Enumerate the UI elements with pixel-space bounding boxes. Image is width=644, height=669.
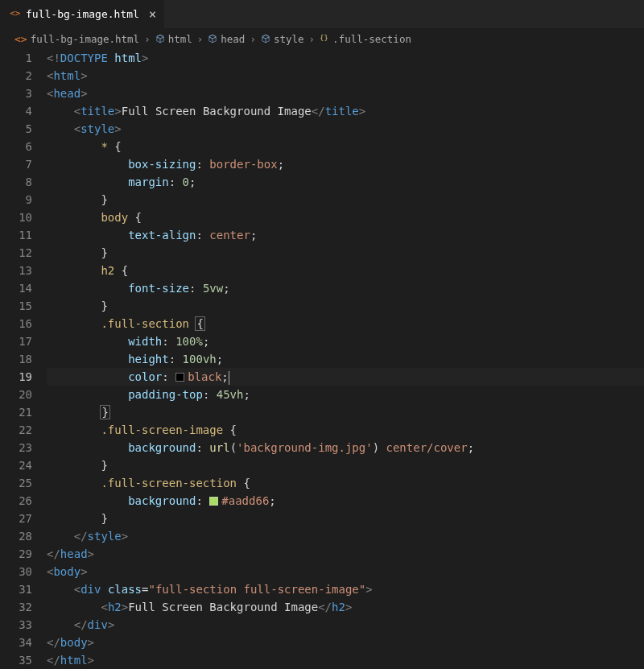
chevron-right-icon: › <box>142 33 152 45</box>
color-swatch-icon <box>175 373 184 382</box>
cube-icon <box>261 34 270 43</box>
code-line[interactable]: width: 100%; <box>47 332 644 350</box>
code-line[interactable]: <head> <box>47 85 644 102</box>
code-line[interactable]: body { <box>47 209 644 226</box>
line-number: 33 <box>0 616 32 634</box>
line-number: 15 <box>0 297 32 315</box>
line-number: 18 <box>0 350 32 368</box>
line-number: 17 <box>0 332 32 350</box>
line-number: 23 <box>0 439 32 456</box>
svg-text:<>: <> <box>10 7 21 19</box>
line-number: 9 <box>0 191 32 209</box>
file-code-icon: <> <box>14 33 27 45</box>
line-number: 35 <box>0 651 32 669</box>
code-line[interactable]: <body> <box>47 563 644 580</box>
tab-bar: <> full-bg-image.html × <box>0 0 644 28</box>
code-line[interactable]: } <box>47 244 644 262</box>
line-number: 26 <box>0 492 32 510</box>
code-line[interactable]: * { <box>47 138 644 155</box>
code-line[interactable]: } <box>47 191 644 209</box>
line-number: 32 <box>0 598 32 616</box>
braces-icon: {} <box>320 34 329 43</box>
code-line[interactable]: } <box>47 510 644 527</box>
line-number: 24 <box>0 456 32 474</box>
code-line[interactable]: } <box>47 297 644 315</box>
code-line[interactable]: .full-screen-image { <box>47 421 644 439</box>
line-number: 10 <box>0 209 32 226</box>
breadcrumb-item[interactable]: head <box>221 33 245 45</box>
code-line[interactable]: } <box>47 456 644 474</box>
code-line[interactable]: </div> <box>47 616 644 634</box>
chevron-right-icon: › <box>196 33 205 45</box>
line-number: 29 <box>0 545 32 563</box>
code-area[interactable]: <!DOCTYPE html><html><head> <title>Full … <box>47 49 644 669</box>
line-number: 6 <box>0 138 32 155</box>
color-swatch-icon <box>209 497 218 506</box>
code-line[interactable]: font-size: 5vw; <box>47 279 644 297</box>
code-line[interactable]: <div class="full-section full-screen-ima… <box>47 580 644 598</box>
line-number: 12 <box>0 244 32 262</box>
cube-icon <box>155 34 165 43</box>
chevron-right-icon: › <box>308 33 317 45</box>
line-number: 14 <box>0 279 32 297</box>
line-number-gutter: 1234567891011121314151617181920212223242… <box>0 49 47 669</box>
code-line[interactable]: <h2>Full Screen Background Image</h2> <box>47 598 644 616</box>
line-number: 25 <box>0 474 32 492</box>
code-line[interactable]: </html> <box>47 651 644 669</box>
line-number: 5 <box>0 120 32 138</box>
line-number: 27 <box>0 510 32 527</box>
cube-icon <box>208 34 217 43</box>
code-line[interactable]: .full-screen-section { <box>47 474 644 492</box>
line-number: 2 <box>0 67 32 85</box>
code-line[interactable]: <html> <box>47 67 644 85</box>
tab-full-bg-image[interactable]: <> full-bg-image.html × <box>0 0 165 28</box>
code-line[interactable]: padding-top: 45vh; <box>47 386 644 403</box>
line-number: 20 <box>0 386 32 403</box>
line-number: 13 <box>0 262 32 279</box>
line-number: 31 <box>0 580 32 598</box>
code-line[interactable]: } <box>47 403 644 421</box>
code-line[interactable]: text-align: center; <box>47 226 644 244</box>
code-line[interactable]: color: black; <box>47 368 644 386</box>
line-number: 28 <box>0 527 32 545</box>
text-cursor <box>229 371 229 385</box>
breadcrumb: <> full-bg-image.html › html › head › st… <box>0 28 644 49</box>
line-number: 21 <box>0 403 32 421</box>
code-line[interactable]: margin: 0; <box>47 173 644 191</box>
line-number: 3 <box>0 85 32 102</box>
code-line[interactable]: </style> <box>47 527 644 545</box>
svg-text:{}: {} <box>320 34 328 42</box>
code-line[interactable]: background: url('background-img.jpg') ce… <box>47 439 644 456</box>
line-number: 7 <box>0 155 32 173</box>
code-line[interactable]: .full-section { <box>47 315 644 332</box>
tab-bar-space <box>165 0 644 28</box>
file-code-icon: <> <box>10 7 21 21</box>
line-number: 11 <box>0 226 32 244</box>
tab-label: full-bg-image.html <box>26 8 139 20</box>
close-icon[interactable]: × <box>149 7 156 22</box>
code-line[interactable]: <style> <box>47 120 644 138</box>
code-line[interactable]: background: #aadd66; <box>47 492 644 510</box>
code-line[interactable]: <title>Full Screen Background Image</tit… <box>47 102 644 120</box>
breadcrumb-item[interactable]: style <box>274 33 304 45</box>
code-line[interactable]: </body> <box>47 634 644 651</box>
code-line[interactable]: </head> <box>47 545 644 563</box>
line-number: 19 <box>0 368 32 386</box>
code-line[interactable]: h2 { <box>47 262 644 279</box>
editor[interactable]: 1234567891011121314151617181920212223242… <box>0 49 644 669</box>
line-number: 30 <box>0 563 32 580</box>
code-line[interactable]: <!DOCTYPE html> <box>47 49 644 67</box>
breadcrumb-item[interactable]: .full-section <box>332 33 411 45</box>
chevron-right-icon: › <box>248 33 258 45</box>
breadcrumb-item[interactable]: full-bg-image.html <box>31 33 139 45</box>
code-line[interactable]: box-sizing: border-box; <box>47 155 644 173</box>
line-number: 1 <box>0 49 32 67</box>
line-number: 16 <box>0 315 32 332</box>
line-number: 34 <box>0 634 32 651</box>
line-number: 22 <box>0 421 32 439</box>
code-line[interactable]: height: 100vh; <box>47 350 644 368</box>
line-number: 4 <box>0 102 32 120</box>
line-number: 8 <box>0 173 32 191</box>
breadcrumb-item[interactable]: html <box>168 33 192 45</box>
